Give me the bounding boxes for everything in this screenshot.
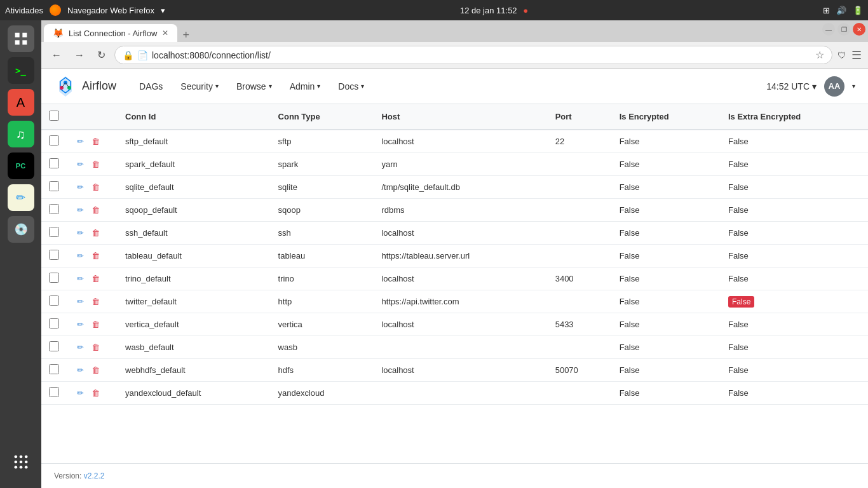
delete-button[interactable]: 🗑 xyxy=(89,250,102,262)
delete-button[interactable]: 🗑 xyxy=(89,364,102,376)
row-checkbox[interactable] xyxy=(49,135,59,146)
row-checkbox[interactable] xyxy=(49,364,59,374)
sidebar-grid-icon[interactable] xyxy=(8,449,34,475)
edit-button[interactable]: ✏ xyxy=(74,341,86,353)
user-avatar[interactable]: AA xyxy=(824,76,844,97)
row-checkbox[interactable] xyxy=(49,341,59,351)
activities-label[interactable]: Atividades xyxy=(5,6,43,15)
host-cell: rdbms xyxy=(374,199,547,222)
nav-admin[interactable]: Admin ▾ xyxy=(282,76,329,97)
edit-button[interactable]: ✏ xyxy=(74,273,86,285)
col-is-extra-encrypted: Is Extra Encrypted xyxy=(721,104,868,130)
row-checkbox[interactable] xyxy=(49,273,59,283)
delete-button[interactable]: 🗑 xyxy=(89,295,102,308)
row-checkbox-cell xyxy=(41,382,67,405)
table-header: Conn Id Conn Type Host Port Is Encrypted… xyxy=(41,104,868,130)
delete-button[interactable]: 🗑 xyxy=(89,204,102,216)
table-row: ✏ 🗑 sqoop_default sqoop rdbms False Fals… xyxy=(41,199,868,222)
nav-dags[interactable]: DAGs xyxy=(132,76,170,97)
delete-button[interactable]: 🗑 xyxy=(89,318,102,330)
nav-docs[interactable]: Docs ▾ xyxy=(330,76,372,97)
row-checkbox[interactable] xyxy=(49,181,59,191)
conn-type-cell: wasb xyxy=(271,336,374,359)
edit-button[interactable]: ✏ xyxy=(74,135,86,147)
sidebar-spotify-icon[interactable]: ♫ xyxy=(8,121,34,147)
svg-point-7 xyxy=(14,461,17,464)
reload-button[interactable]: ↻ xyxy=(93,48,109,62)
window-maximize-button[interactable]: ❐ xyxy=(837,23,850,36)
edit-button[interactable]: ✏ xyxy=(74,158,86,170)
tab-close-button[interactable]: ✕ xyxy=(162,29,168,37)
sidebar-editor-icon[interactable]: ✏ xyxy=(8,184,34,211)
table-row: ✏ 🗑 sqlite_default sqlite /tmp/sqlite_de… xyxy=(41,176,868,199)
extra-value: False xyxy=(728,137,749,146)
nav-right: 14:52 UTC ▾ AA ▾ xyxy=(766,76,855,97)
conn-type-cell: vertica xyxy=(271,313,374,336)
row-checkbox[interactable] xyxy=(49,295,59,306)
svg-point-12 xyxy=(24,466,27,469)
edit-button[interactable]: ✏ xyxy=(74,250,86,262)
conn-type-cell: yandexcloud xyxy=(271,382,374,405)
delete-button[interactable]: 🗑 xyxy=(89,341,102,353)
table-row: ✏ 🗑 sftp_default sftp localhost 22 False… xyxy=(41,130,868,153)
extra-value: False xyxy=(728,228,749,238)
delete-button[interactable]: 🗑 xyxy=(89,273,102,285)
delete-button[interactable]: 🗑 xyxy=(89,227,102,239)
nav-browse[interactable]: Browse ▾ xyxy=(229,76,280,97)
conn-id-cell: twitter_default xyxy=(118,290,271,313)
window-close-button[interactable]: ✕ xyxy=(853,23,865,36)
row-checkbox[interactable] xyxy=(49,318,59,329)
row-checkbox[interactable] xyxy=(49,204,59,214)
edit-button[interactable]: ✏ xyxy=(74,204,86,216)
bookmark-button[interactable]: ☆ xyxy=(815,49,824,61)
sidebar-terminal-icon[interactable]: >_ xyxy=(8,57,34,84)
row-actions: ✏ 🗑 xyxy=(67,245,118,268)
conn-type-cell: http xyxy=(271,290,374,313)
is-extra-cell: False xyxy=(721,222,868,245)
host-cell xyxy=(374,336,547,359)
row-checkbox[interactable] xyxy=(49,387,59,397)
nav-security[interactable]: Security ▾ xyxy=(173,76,226,97)
delete-button[interactable]: 🗑 xyxy=(89,181,102,193)
row-checkbox[interactable] xyxy=(49,250,59,260)
is-extra-cell: False xyxy=(721,268,868,290)
table-row: ✏ 🗑 ssh_default ssh localhost False Fals… xyxy=(41,222,868,245)
delete-button[interactable]: 🗑 xyxy=(89,135,102,147)
row-checkbox-cell xyxy=(41,313,67,336)
row-checkbox[interactable] xyxy=(49,158,59,168)
edit-button[interactable]: ✏ xyxy=(74,227,86,239)
edit-button[interactable]: ✏ xyxy=(74,387,86,399)
edit-button[interactable]: ✏ xyxy=(74,318,86,330)
extra-value: False xyxy=(728,159,749,169)
row-checkbox-cell xyxy=(41,268,67,290)
edit-button[interactable]: ✏ xyxy=(74,364,86,376)
svg-point-11 xyxy=(19,466,22,469)
new-tab-button[interactable]: + xyxy=(177,29,194,42)
conn-type-cell: sqoop xyxy=(271,199,374,222)
conn-type-cell: hdfs xyxy=(271,359,374,382)
window-minimize-button[interactable]: — xyxy=(822,23,835,36)
sidebar-files-icon[interactable] xyxy=(8,25,34,52)
connections-table: Conn Id Conn Type Host Port Is Encrypted… xyxy=(41,104,868,405)
svg-rect-1 xyxy=(22,33,27,37)
edit-button[interactable]: ✏ xyxy=(74,295,86,308)
version-link[interactable]: v2.2.2 xyxy=(84,471,105,480)
delete-button[interactable]: 🗑 xyxy=(89,387,102,399)
delete-button[interactable]: 🗑 xyxy=(89,158,102,170)
back-button[interactable]: ← xyxy=(48,48,65,62)
sidebar-disk-icon[interactable]: 💿 xyxy=(8,216,34,243)
select-all-checkbox[interactable] xyxy=(49,111,59,121)
sidebar-appstore-icon[interactable]: A xyxy=(8,89,34,116)
extra-value: False xyxy=(728,274,749,283)
shield-button[interactable]: 🛡 xyxy=(837,50,846,60)
active-tab[interactable]: 🦊 List Connection - Airflow ✕ xyxy=(44,24,177,42)
edit-button[interactable]: ✏ xyxy=(74,181,86,193)
row-checkbox[interactable] xyxy=(49,227,59,237)
address-bar[interactable] xyxy=(152,50,811,60)
browser-menu-button[interactable]: ☰ xyxy=(851,48,862,62)
forward-button[interactable]: → xyxy=(71,48,88,62)
time-display[interactable]: 14:52 UTC ▾ xyxy=(766,81,817,92)
user-caret: ▾ xyxy=(852,83,855,90)
sidebar-pycharm-icon[interactable]: PC xyxy=(8,152,34,179)
is-encrypted-cell: False xyxy=(612,359,721,382)
